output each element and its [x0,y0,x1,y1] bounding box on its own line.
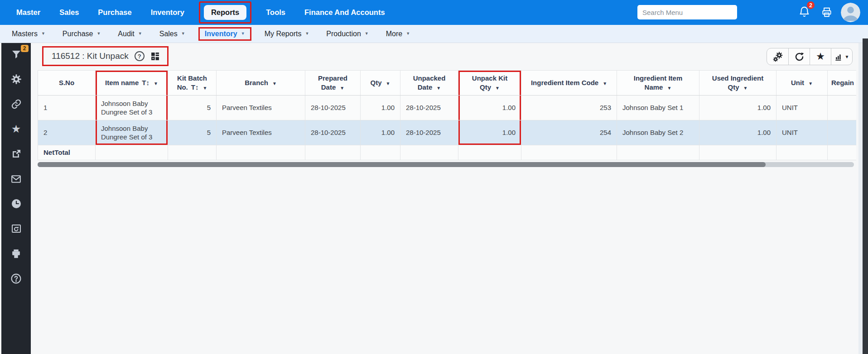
sort-caret-icon: ▼ [340,86,344,91]
column-label: Qty [371,79,382,86]
clock-icon[interactable] [10,198,22,210]
cell-qty: 1.00 [361,120,400,145]
subnav-item-inventory[interactable]: Inventory▼ [198,27,251,41]
column-header-used-ingredient-qty[interactable]: Used Ingredient Qty▼ [699,71,776,96]
subnav-item-more[interactable]: More▼ [386,30,410,38]
printer-icon[interactable] [10,248,22,259]
star-icon[interactable]: ★ [10,123,22,135]
cell-unpacked-date: 28-10-2025 [400,96,458,120]
column-label: Ingredient Item Code [531,79,598,86]
share-icon[interactable] [10,148,22,160]
subnav-item-purchase[interactable]: Purchase▼ [63,30,101,38]
subnav-item-production[interactable]: Production▼ [326,30,368,38]
link-icon[interactable] [10,98,22,110]
topnav-item-purchase[interactable]: Purchase [98,8,131,17]
topnav-item-master[interactable]: Master [16,8,40,17]
gear-icon[interactable] [10,73,22,85]
topnav-item-inventory[interactable]: Inventory [151,8,184,17]
column-header-unit[interactable]: Unit▼ [776,71,828,96]
column-header-kit-batch-no[interactable]: Kit Batch No.T↕▼ [168,71,217,96]
chart-view-button[interactable]: ▼ [831,48,852,65]
cell-branch: Parveen Textiles [217,120,305,145]
column-label: Regain [831,79,854,86]
chevron-down-icon: ▼ [241,32,245,36]
favorite-star-button[interactable]: ★ [810,48,831,65]
cell-unpack-kit-qty: 1.00 [458,96,521,120]
cell-empty [305,145,361,160]
column-header-prepared-date[interactable]: Prepared Date▼ [305,71,361,96]
notification-count-badge: 2 [807,1,815,9]
vertical-scrollbar[interactable] [863,38,868,354]
subnav-item-masters[interactable]: Masters▼ [12,30,45,38]
column-header-unpack-kit-qty[interactable]: Unpack Kit Qty▼ [458,71,521,96]
column-header-qty[interactable]: Qty▼ [361,71,400,96]
cell-empty [617,145,699,160]
topnav-item-finance-and-accounts[interactable]: Finance And Accounts [304,8,385,17]
help-circle-icon[interactable]: ? [135,51,145,61]
subnav-item-sales[interactable]: Sales▼ [159,30,185,38]
column-label: S.No [59,79,74,86]
annotation-red-box-title: 116512 : Kit Unpack ? [42,46,169,66]
cell-kit-batch-no: 5 [168,96,217,120]
subnav-item-my-reports[interactable]: My Reports▼ [265,30,309,38]
cell-unpacked-date: 28-10-2025 [400,120,458,145]
chevron-down-icon: ▼ [138,32,142,36]
column-label: Unit [791,79,804,86]
cell-ingredient-item-code: 253 [521,96,617,120]
cell-qty: 1.00 [361,96,400,120]
mail-icon[interactable] [10,173,22,185]
text-sort-icon: T↕ [191,83,199,91]
text-sort-icon: T↕ [142,79,149,86]
annotation-red-box-reports: Reports [199,1,251,24]
column-header-unpacked-date[interactable]: Unpacked Date▼ [400,71,458,96]
help-icon[interactable] [10,273,22,284]
report-category-nav: Masters▼Purchase▼Audit▼Sales▼Inventory▼M… [0,25,868,43]
cell-regain [828,96,857,120]
cell-used-ingredient-qty: 1.00 [699,120,776,145]
report-settings-button[interactable] [767,48,788,65]
column-header-s-no[interactable]: S.No [38,71,96,96]
grid-widget-icon[interactable] [150,52,160,61]
user-avatar[interactable] [841,3,860,22]
column-header-branch[interactable]: Branch▼ [217,71,305,96]
sort-caret-icon: ▼ [667,86,671,91]
column-label: Item name [105,79,139,86]
subnav-item-audit[interactable]: Audit▼ [118,30,142,38]
horizontal-scrollbar[interactable] [38,162,854,167]
cell-empty [521,145,617,160]
table-row-2: 2Johnsoon Baby Dungree Set of 35Parveen … [38,120,857,145]
subnav-label: Sales [159,30,178,38]
chevron-down-icon: ▼ [96,32,101,36]
cell-unit: UNIT [776,96,828,120]
cell-empty [361,145,400,160]
column-header-ingredient-item-code[interactable]: Ingredient Item Code▼ [521,71,617,96]
column-header-ingredient-item-name[interactable]: Ingredient Item Name▼ [617,71,699,96]
column-header-item-name[interactable]: Item nameT↕▼ [96,71,168,96]
cell-unpack-kit-qty: 1.00 [458,120,521,145]
cell-empty [458,145,521,160]
topnav-item-sales[interactable]: Sales [59,8,79,17]
chevron-down-icon: ▼ [845,54,849,59]
sort-caret-icon: ▼ [203,86,207,91]
refresh-button[interactable] [788,48,810,65]
search-input[interactable] [637,5,737,19]
cell-unit: UNIT [776,120,828,145]
subnav-label: More [386,30,402,38]
column-label: Ingredient Item Name [634,74,683,91]
print-icon[interactable] [821,6,833,20]
filter-icon[interactable]: 2 [10,48,22,60]
scroll-gutter [858,43,863,354]
cell-ingredient-item-name: Johnson Baby Set 1 [617,96,699,120]
cell-prepared-date: 28-10-2025 [305,96,361,120]
scrollbar-thumb[interactable] [38,162,766,167]
cell-item-name: Johnsoon Baby Dungree Set of 3 [96,120,168,145]
panel-refresh-icon[interactable] [10,223,22,234]
topnav-item-reports[interactable]: Reports [204,5,246,20]
cell-empty [699,145,776,160]
sort-caret-icon: ▼ [272,81,277,86]
topnav-item-tools[interactable]: Tools [266,8,285,17]
sort-caret-icon: ▼ [386,81,391,86]
column-header-regain[interactable]: Regain [828,71,857,96]
report-toolbar: ★ ▼ [767,48,853,65]
chevron-down-icon: ▼ [305,32,309,36]
